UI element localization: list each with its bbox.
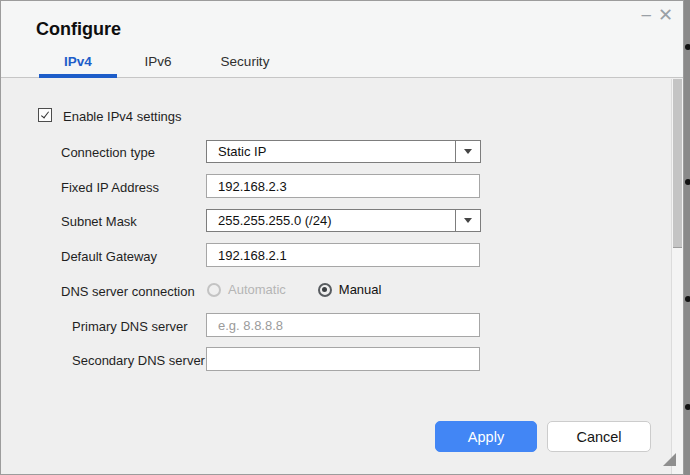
dns-connection-radio-group: Automatic Manual — [207, 282, 381, 297]
window-controls: – ✕ — [641, 4, 673, 26]
cancel-button-label: Cancel — [576, 429, 621, 445]
fixed-ip-label: Fixed IP Address — [61, 180, 159, 195]
configure-dialog: Configure – ✕ IPv4 IPv6 Security Enable … — [0, 0, 684, 475]
enable-ipv4-checkbox[interactable] — [38, 108, 52, 122]
checkmark-icon — [40, 109, 48, 118]
connection-type-dropdown-button[interactable] — [455, 141, 480, 162]
default-gateway-input[interactable] — [206, 243, 480, 267]
cancel-button[interactable]: Cancel — [547, 421, 651, 452]
primary-dns-label: Primary DNS server — [72, 319, 188, 334]
enable-ipv4-label: Enable IPv4 settings — [63, 109, 182, 124]
radio-automatic — [207, 283, 221, 297]
backdrop-dot — [685, 44, 690, 50]
tab-security-label: Security — [221, 54, 270, 69]
dns-connection-label: DNS server connection — [61, 284, 195, 299]
default-gateway-label: Default Gateway — [61, 249, 157, 264]
fixed-ip-input[interactable] — [206, 174, 480, 198]
minimize-icon[interactable]: – — [641, 4, 650, 26]
subnet-mask-dropdown-button[interactable] — [455, 210, 480, 231]
tab-ipv6-label: IPv6 — [144, 54, 171, 69]
subnet-mask-label: Subnet Mask — [61, 214, 137, 229]
connection-type-value: Static IP — [207, 141, 455, 162]
radio-manual-label: Manual — [339, 282, 382, 297]
scrollbar-track[interactable] — [671, 79, 683, 474]
subnet-mask-value: 255.255.255.0 (/24) — [207, 210, 455, 231]
radio-manual[interactable] — [318, 283, 332, 297]
backdrop-dot — [685, 179, 690, 185]
tab-ipv4[interactable]: IPv4 — [39, 48, 117, 78]
backdrop-dot — [685, 404, 690, 410]
backdrop-dot — [685, 296, 690, 302]
resize-handle-icon[interactable] — [663, 453, 676, 466]
radio-automatic-label: Automatic — [228, 282, 286, 297]
connection-type-label: Connection type — [61, 145, 155, 160]
scrollbar-thumb[interactable] — [673, 79, 682, 248]
tab-security[interactable]: Security — [199, 48, 291, 78]
secondary-dns-input[interactable] — [206, 347, 480, 371]
tab-ipv4-label: IPv4 — [64, 54, 92, 69]
chevron-down-icon — [464, 149, 472, 154]
radio-option-manual[interactable]: Manual — [318, 282, 382, 297]
apply-button[interactable]: Apply — [435, 421, 537, 452]
apply-button-label: Apply — [468, 429, 504, 445]
radio-option-automatic: Automatic — [207, 282, 286, 297]
dialog-header: Configure – ✕ IPv4 IPv6 Security — [1, 1, 683, 78]
chevron-down-icon — [464, 218, 472, 223]
connection-type-dropdown[interactable]: Static IP — [206, 140, 481, 163]
dialog-title: Configure — [36, 19, 121, 40]
tab-ipv6[interactable]: IPv6 — [119, 48, 197, 78]
close-icon[interactable]: ✕ — [658, 4, 673, 26]
primary-dns-input[interactable] — [206, 313, 480, 337]
subnet-mask-dropdown[interactable]: 255.255.255.0 (/24) — [206, 209, 481, 232]
secondary-dns-label: Secondary DNS server — [72, 353, 205, 368]
